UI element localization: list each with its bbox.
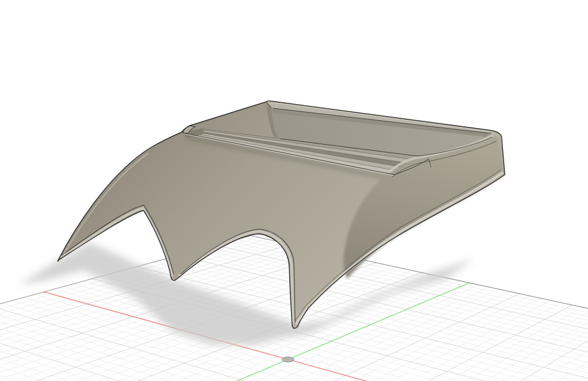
grid-minor-line bbox=[34, 295, 588, 381]
grid-boundary-line bbox=[376, 343, 588, 381]
cad-viewport[interactable] bbox=[0, 0, 588, 381]
grid-major-line bbox=[282, 330, 588, 381]
scene-3d bbox=[0, 0, 588, 381]
origin-point-marker[interactable] bbox=[282, 357, 294, 362]
model-body[interactable] bbox=[57, 101, 505, 328]
